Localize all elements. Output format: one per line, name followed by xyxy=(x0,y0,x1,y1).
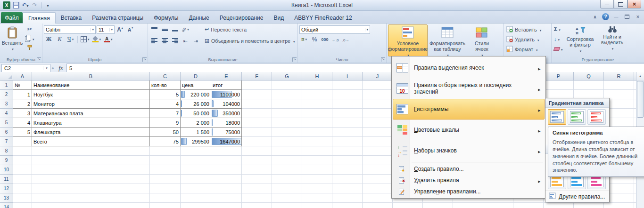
databar-option-gradient-red[interactable] xyxy=(587,109,606,125)
dialog-launcher-icon[interactable] xyxy=(142,57,147,62)
cell-O14[interactable] xyxy=(513,203,544,208)
cell-E11[interactable] xyxy=(211,175,242,184)
column-header-I[interactable]: I xyxy=(332,72,363,80)
cell-F6[interactable] xyxy=(242,128,272,137)
cell-D11[interactable] xyxy=(181,175,211,184)
wrap-text-button[interactable]: Перенос текста xyxy=(203,24,296,34)
sort-filter-button[interactable]: АЯ Сортировка и фильтр xyxy=(565,24,596,54)
column-header-P[interactable]: P xyxy=(544,72,574,80)
menu-item-top-bottom[interactable]: 10Правила отбора первых и последних знач… xyxy=(393,78,545,99)
increase-decimal-button[interactable] xyxy=(330,35,340,44)
row-header-3[interactable]: 3 xyxy=(0,99,13,109)
fill-button[interactable] xyxy=(553,34,564,44)
row-header-7[interactable]: 7 xyxy=(0,137,13,146)
cell-G14[interactable] xyxy=(272,203,302,208)
tab-1[interactable]: Главная xyxy=(23,12,56,24)
menu-item-new-rule[interactable]: ★Создать правило... xyxy=(393,163,545,175)
cell-F11[interactable] xyxy=(242,175,272,184)
currency-format-button[interactable] xyxy=(299,35,309,44)
cell-I7[interactable] xyxy=(332,137,363,146)
cell-F2[interactable] xyxy=(242,90,272,99)
cell-A4[interactable]: 3 xyxy=(13,109,32,118)
cell-J9[interactable] xyxy=(363,156,393,165)
cell-H5[interactable] xyxy=(302,118,332,128)
databar-option-gradient-blue[interactable] xyxy=(548,109,566,125)
cell-D1[interactable]: цена xyxy=(181,80,211,90)
column-header-D[interactable]: D xyxy=(181,72,211,80)
cell-A14[interactable] xyxy=(13,203,32,208)
cell-H2[interactable] xyxy=(302,90,332,99)
cell-J14[interactable] xyxy=(363,203,393,208)
cell-H14[interactable] xyxy=(302,203,332,208)
row-header-4[interactable]: 4 xyxy=(0,109,13,118)
grow-font-button[interactable] xyxy=(116,25,125,34)
cell-B3[interactable]: Монитор xyxy=(32,99,150,109)
close-button[interactable] xyxy=(627,0,641,8)
menu-item-color-scales[interactable]: Цветовые шкалы xyxy=(393,120,545,140)
tab-6[interactable]: Рецензирование xyxy=(215,13,269,23)
cell-J7[interactable] xyxy=(363,137,393,146)
cell-A2[interactable]: 1 xyxy=(13,90,32,99)
font-family-select[interactable]: Calibri xyxy=(44,25,96,34)
cell-J12[interactable] xyxy=(363,184,393,193)
minimize-ribbon-button[interactable] xyxy=(591,13,599,20)
row-header-14[interactable]: 14 xyxy=(0,203,13,208)
cell-G8[interactable] xyxy=(272,146,302,156)
cell-B13[interactable] xyxy=(32,193,150,203)
cell-G2[interactable] xyxy=(272,90,302,99)
cell-E6[interactable]: 75000 xyxy=(211,128,242,137)
cell-F5[interactable] xyxy=(242,118,272,128)
cell-F13[interactable] xyxy=(242,193,272,203)
cell-C7[interactable]: 75 xyxy=(150,137,181,146)
cell-I1[interactable] xyxy=(332,80,363,90)
cell-C10[interactable] xyxy=(150,165,181,175)
row-header-8[interactable]: 8 xyxy=(0,146,13,156)
find-select-button[interactable]: Найти и выделить xyxy=(597,24,628,54)
merge-center-button[interactable]: Объединить и поместить в центре xyxy=(203,36,296,46)
cell-B12[interactable] xyxy=(32,184,150,193)
cell-B6[interactable]: Флешкарта xyxy=(32,128,150,137)
cell-A3[interactable]: 2 xyxy=(13,99,32,109)
cell-C14[interactable] xyxy=(150,203,181,208)
cell-E5[interactable]: 18000 xyxy=(211,118,242,128)
comma-format-button[interactable]: 000 xyxy=(320,35,330,44)
font-color-button[interactable] xyxy=(103,35,114,44)
row-header-12[interactable]: 12 xyxy=(0,184,13,193)
cell-A7[interactable] xyxy=(13,137,32,146)
cell-D10[interactable] xyxy=(181,165,211,175)
italic-button[interactable]: К xyxy=(55,35,65,44)
cell-C2[interactable]: 5 xyxy=(150,90,181,99)
cut-button[interactable] xyxy=(24,24,35,33)
delete-cells-button[interactable]: Удалить xyxy=(505,34,550,44)
cell-D6[interactable]: 1 500 xyxy=(181,128,211,137)
cell-N14[interactable] xyxy=(483,203,513,208)
cell-C13[interactable] xyxy=(150,193,181,203)
insert-cells-button[interactable]: Вставить xyxy=(505,24,550,34)
cell-I2[interactable] xyxy=(332,90,363,99)
fill-color-button[interactable] xyxy=(91,35,102,44)
underline-button[interactable]: Ч xyxy=(66,35,75,44)
format-as-table-button[interactable]: Форматировать как таблицу xyxy=(428,24,467,56)
cell-B5[interactable]: Клавиатура xyxy=(32,118,150,128)
increase-indent-button[interactable] xyxy=(191,36,200,45)
cell-C8[interactable] xyxy=(150,146,181,156)
copy-button[interactable] xyxy=(24,34,35,43)
cell-A9[interactable] xyxy=(13,156,32,165)
row-header-6[interactable]: 6 xyxy=(0,128,13,137)
align-center-button[interactable] xyxy=(160,36,169,45)
menu-item-data-bars[interactable]: Гистограммы xyxy=(393,99,545,120)
cell-F12[interactable] xyxy=(242,184,272,193)
orientation-button[interactable] xyxy=(181,25,190,34)
cell-B4[interactable]: Материанская плата xyxy=(32,109,150,118)
cell-Q1[interactable] xyxy=(574,80,604,90)
cell-B14[interactable] xyxy=(32,203,150,208)
tab-3[interactable]: Разметка страницы xyxy=(87,13,149,23)
row-header-10[interactable]: 10 xyxy=(0,165,13,175)
align-top-button[interactable] xyxy=(149,25,159,34)
menu-item-clear-rules[interactable]: ×Удалить правила xyxy=(393,175,545,186)
undo-button[interactable] xyxy=(21,1,29,9)
cell-H12[interactable] xyxy=(302,184,332,193)
column-header-J[interactable]: J xyxy=(363,72,393,80)
column-header-C[interactable]: C xyxy=(150,72,181,80)
save-button[interactable] xyxy=(12,1,20,9)
